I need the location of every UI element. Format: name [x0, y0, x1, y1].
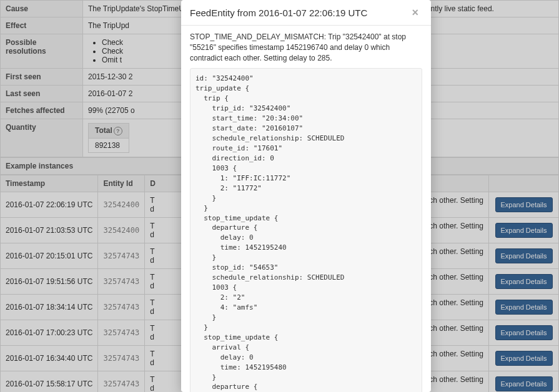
modal-message: STOP_TIME_AND_DELAY_MISMATCH: Trip "3254…: [190, 32, 422, 63]
feed-entity-modal: FeedEntity from 2016-01-07 22:06:19 UTC …: [181, 0, 431, 392]
close-icon[interactable]: ×: [408, 6, 422, 19]
modal-title: FeedEntity from 2016-01-07 22:06:19 UTC: [190, 7, 367, 18]
modal-body: STOP_TIME_AND_DELAY_MISMATCH: Trip "3254…: [181, 26, 431, 392]
feed-entity-code[interactable]: id: "32542400" trip_update { trip { trip…: [190, 68, 422, 392]
modal-header: FeedEntity from 2016-01-07 22:06:19 UTC …: [181, 0, 431, 26]
